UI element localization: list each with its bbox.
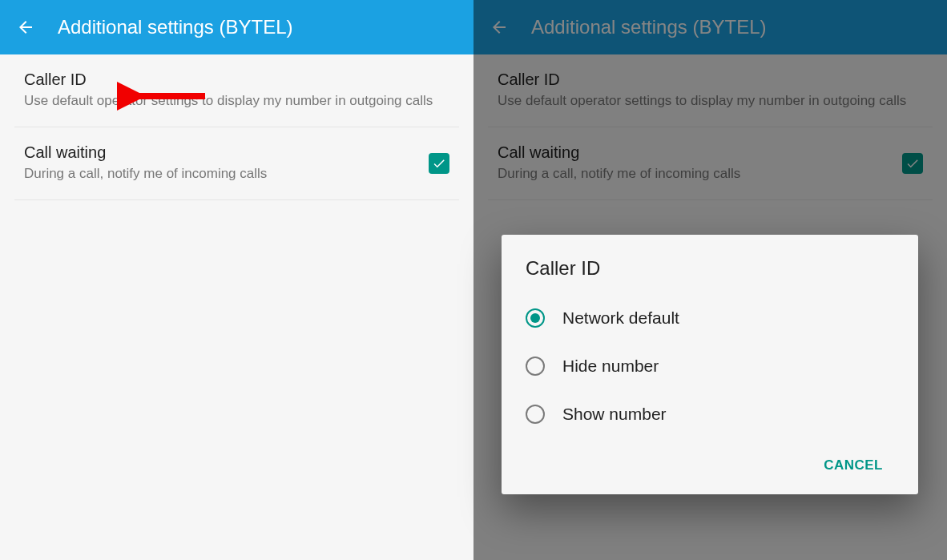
caller-id-dialog: Caller ID Network default Hide number Sh…	[502, 235, 918, 494]
radio-icon	[526, 357, 545, 376]
radio-dot-icon	[530, 313, 540, 323]
call-waiting-checkbox[interactable]	[429, 153, 449, 174]
dialog-actions: CANCEL	[526, 449, 894, 481]
back-arrow-icon	[16, 18, 35, 37]
back-button[interactable]	[16, 18, 35, 37]
caller-id-subtitle: Use default operator settings to display…	[24, 92, 440, 111]
settings-screen-right: Additional settings (BYTEL) Caller ID Us…	[474, 0, 947, 560]
settings-screen-left: Additional settings (BYTEL) Caller ID Us…	[0, 0, 474, 560]
radio-option-show-number[interactable]: Show number	[526, 390, 894, 438]
radio-icon	[526, 405, 545, 424]
settings-list: Caller ID Use default operator settings …	[0, 54, 474, 200]
radio-icon	[526, 308, 545, 328]
call-waiting-text: Call waiting During a call, notify me of…	[24, 143, 429, 183]
cancel-button[interactable]: CANCEL	[812, 449, 894, 481]
dialog-title: Caller ID	[526, 257, 894, 280]
radio-label: Network default	[562, 308, 679, 328]
call-waiting-title: Call waiting	[24, 143, 419, 162]
call-waiting-subtitle: During a call, notify me of incoming cal…	[24, 165, 419, 183]
caller-id-text: Caller ID Use default operator settings …	[24, 71, 449, 111]
radio-label: Hide number	[562, 357, 659, 376]
appbar: Additional settings (BYTEL)	[0, 0, 474, 54]
call-waiting-item[interactable]: Call waiting During a call, notify me of…	[14, 127, 459, 200]
radio-label: Show number	[562, 405, 667, 424]
radio-option-hide-number[interactable]: Hide number	[526, 342, 894, 390]
caller-id-item[interactable]: Caller ID Use default operator settings …	[14, 54, 459, 127]
caller-id-title: Caller ID	[24, 71, 440, 89]
radio-option-network-default[interactable]: Network default	[526, 294, 894, 342]
check-icon	[432, 156, 446, 171]
appbar-title: Additional settings (BYTEL)	[58, 16, 292, 38]
